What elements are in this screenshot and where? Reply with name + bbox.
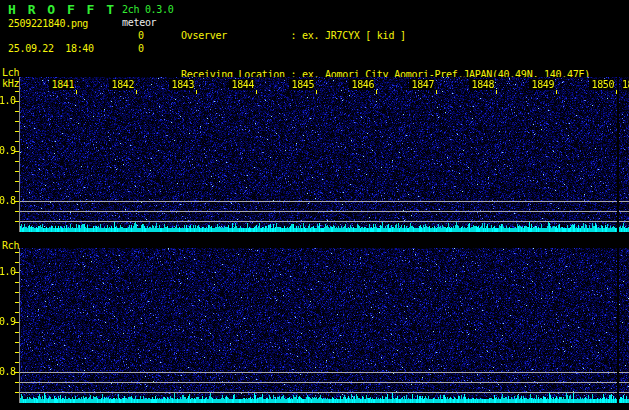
freq-minor-tick (15, 221, 19, 222)
channel-label-rch: Rch (2, 240, 19, 251)
time-label: 1846 (349, 79, 374, 90)
freq-label: 0.8 (0, 366, 15, 377)
freq-minor-tick (15, 81, 19, 82)
app-version: 2ch 0.3.0 (122, 4, 174, 15)
freq-minor-tick (15, 262, 19, 263)
output-filename: 2509221840.png (8, 18, 88, 29)
freq-major-tick (14, 322, 19, 323)
freq-minor-tick (15, 161, 19, 162)
freq-major-tick (14, 151, 19, 152)
time-tick (316, 90, 317, 94)
time-label: 1844 (229, 79, 254, 90)
freq-minor-tick (15, 312, 19, 313)
freq-major-tick (14, 201, 19, 202)
freq-minor-tick (15, 131, 19, 132)
freq-minor-tick (15, 352, 19, 353)
freq-label: 1.0 (0, 266, 15, 277)
freq-minor-tick (15, 121, 19, 122)
time-tick (376, 90, 377, 94)
time-label-clipped: 18 (622, 79, 629, 90)
freq-minor-tick (15, 302, 19, 303)
time-label: 1843 (169, 79, 194, 90)
channel-label-lch: Lch (2, 67, 19, 78)
freq-minor-tick (15, 171, 19, 172)
time-label: 1841 (49, 79, 74, 90)
freq-label: 1.0 (0, 95, 15, 106)
time-label: 1850 (589, 79, 614, 90)
time-label: 1847 (409, 79, 434, 90)
time-tick (496, 90, 497, 94)
freq-minor-tick (15, 282, 19, 283)
time-tick (256, 90, 257, 94)
freq-minor-tick (15, 392, 19, 393)
freq-minor-tick (15, 111, 19, 112)
freq-minor-tick (15, 211, 19, 212)
app-title: H R O F F T (8, 3, 116, 16)
time-tick (136, 90, 137, 94)
freq-major-tick (14, 272, 19, 273)
freq-label: 0.9 (0, 145, 15, 156)
spectrogram-panel-rch (19, 248, 629, 403)
datetime-label: 25.09.22 18:40 (8, 43, 94, 54)
freq-major-tick (14, 101, 19, 102)
spectrogram-canvas-rch (19, 248, 629, 403)
freq-minor-tick (15, 332, 19, 333)
freq-label: 0.8 (0, 195, 15, 206)
freq-minor-tick (15, 342, 19, 343)
freq-minor-tick (15, 362, 19, 363)
time-tick (76, 90, 77, 94)
meteor-count-lch: 0 (138, 30, 144, 41)
meteor-count-rch: 0 (138, 43, 144, 54)
time-label: 1845 (289, 79, 314, 90)
freq-unit-label: kHz (2, 78, 19, 89)
time-label: 1848 (469, 79, 494, 90)
freq-minor-tick (15, 181, 19, 182)
time-tick (196, 90, 197, 94)
mode-label: meteor (122, 17, 156, 28)
freq-axis-line (19, 248, 20, 403)
freq-label: 0.9 (0, 316, 15, 327)
freq-minor-tick (15, 191, 19, 192)
freq-minor-tick (15, 141, 19, 142)
time-label: 1849 (529, 79, 554, 90)
spectrogram-panel-lch (19, 77, 629, 232)
observer-line: Ovserver : ex. JR7CYX [ kid ] (181, 29, 629, 42)
spectrogram-canvas-lch (19, 77, 629, 232)
time-tick (556, 90, 557, 94)
time-label: 1842 (109, 79, 134, 90)
freq-minor-tick (15, 252, 19, 253)
freq-major-tick (14, 372, 19, 373)
freq-minor-tick (15, 91, 19, 92)
freq-minor-tick (15, 382, 19, 383)
freq-axis-line (19, 77, 20, 232)
hrofft-screen: H R O F F T 2ch 0.3.0 2509221840.png met… (0, 0, 629, 410)
time-tick (436, 90, 437, 94)
freq-minor-tick (15, 292, 19, 293)
time-tick (616, 90, 617, 94)
